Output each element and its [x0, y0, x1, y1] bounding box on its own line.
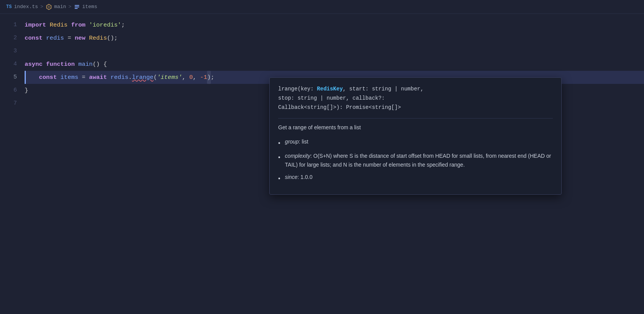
tooltip-group-text: group: list [285, 137, 309, 146]
token-await: await [89, 71, 110, 84]
code-line-4: async function main () { [25, 58, 644, 71]
breadcrumb-filename: index.ts [14, 4, 38, 10]
active-line-indicator [25, 71, 26, 84]
editor: TS index.ts > main > items 1 2 3 4 [0, 0, 644, 314]
token-rparen-selected: ) [207, 71, 210, 84]
token-async: async [25, 58, 46, 71]
tooltip-label-group: group [285, 139, 299, 145]
tooltip-signature: lrange(key: RedisKey, start: string | nu… [278, 85, 553, 112]
ts-badge: TS [6, 4, 12, 10]
tooltip-item-group: • group: list [278, 137, 553, 148]
token-semicolon-3: ; [211, 71, 214, 84]
token-items-var: items [60, 71, 82, 84]
token-semicolon-2: ; [114, 32, 118, 45]
tooltip-item-since: • since: 1.0.0 [278, 173, 553, 184]
main-icon [46, 4, 52, 10]
bullet-complexity: • [278, 152, 280, 162]
line-numbers: 1 2 3 4 5 6 7 [0, 17, 25, 314]
token-const-2: const [39, 71, 60, 84]
token-neg-one: -1 [200, 71, 207, 84]
code-line-3 [25, 45, 644, 58]
token-comma-1: , [182, 71, 189, 84]
bullet-group: • [278, 138, 280, 148]
bullet-since: • [278, 174, 280, 184]
sig-line3: Callback<string[]>): Promise<string[]> [278, 104, 401, 110]
breadcrumb-main-label: main [54, 4, 66, 10]
breadcrumb-sep-2: > [68, 4, 72, 10]
token-comma-2: , [193, 71, 200, 84]
line-num-2: 2 [0, 32, 17, 45]
line-num-7: 7 [0, 97, 17, 110]
hover-tooltip: lrange(key: RedisKey, start: string | nu… [269, 77, 562, 195]
token-redis-var: redis [46, 32, 68, 45]
breadcrumb-sep-1: > [40, 4, 43, 10]
tooltip-label-complexity: complexity [285, 153, 310, 159]
token-ioredis-str: 'ioredis' [89, 18, 121, 32]
tooltip-description: Get a range of elements from a list [278, 123, 553, 132]
token-main-fn: main [78, 58, 93, 71]
token-parens-1: () [107, 32, 114, 45]
code-line-2: const redis = new Redis () ; [25, 32, 644, 45]
sig-line2: stop: string | number, callback?: [278, 95, 385, 101]
svg-rect-0 [75, 5, 79, 6]
token-eq-1: = [68, 32, 75, 45]
colon-group: : [299, 139, 300, 145]
tooltip-divider [278, 118, 553, 119]
token-Redis-2: Redis [89, 32, 107, 45]
sig-type-rediskey: RedisKey [317, 86, 343, 92]
token-zero: 0 [189, 71, 193, 84]
breadcrumb: TS index.ts > main > items [0, 0, 644, 14]
colon-since: : [297, 174, 299, 180]
token-items-str: 'items' [157, 71, 182, 84]
token-lparen: ( [153, 71, 157, 84]
line-num-3: 3 [0, 45, 17, 58]
sig-param-key: key: [301, 86, 317, 92]
svg-rect-1 [75, 7, 79, 7]
items-icon [74, 4, 80, 10]
token-main-paren: () { [93, 58, 107, 71]
svg-rect-2 [75, 8, 78, 9]
token-dot: . [128, 71, 132, 84]
token-const-1: const [25, 32, 46, 45]
token-closing-brace: } [25, 84, 28, 97]
token-eq-2: = [82, 71, 89, 84]
token-import: import [25, 18, 50, 32]
line-num-4: 4 [0, 58, 17, 71]
code-line-1: import Redis from 'ioredis' ; [25, 18, 644, 32]
breadcrumb-items-label: items [82, 4, 97, 10]
token-new: new [75, 32, 89, 45]
tooltip-list: • group: list • complexity: O(S+N) where… [278, 137, 553, 184]
sig-fn-name: lrange( [278, 86, 301, 92]
tooltip-since-text: since: 1.0.0 [285, 173, 313, 181]
tooltip-item-complexity: • complexity: O(S+N) where S is the dist… [278, 152, 553, 169]
code-editor-area[interactable]: 1 2 3 4 5 6 7 import Redis from 'ioredis… [0, 14, 644, 314]
token-Redis: Redis [50, 18, 71, 32]
token-lrange: lrange [132, 71, 153, 84]
token-redis-var-2: redis [110, 71, 128, 84]
token-indent [25, 71, 39, 84]
token-function: function [46, 58, 78, 71]
colon-complexity: : [310, 153, 312, 159]
token-semicolon-1: ; [121, 18, 125, 32]
line-num-6: 6 [0, 84, 17, 97]
tooltip-label-since: since [285, 174, 298, 180]
token-from: from [71, 18, 89, 32]
tooltip-complexity-text: complexity: O(S+N) where S is the distan… [285, 152, 553, 169]
line-num-5: 5 [0, 71, 17, 84]
sig-rest-line1: , start: string | number, [343, 86, 424, 92]
line-num-1: 1 [0, 18, 17, 32]
